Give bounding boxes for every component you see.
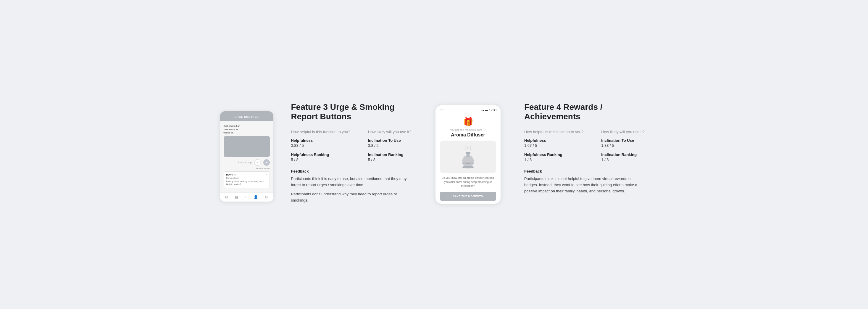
feature4-helpfulness-ranking-value: 1 / 8 <box>524 157 583 162</box>
feature3-left-col: How helpful is this function to you? Hel… <box>291 130 350 162</box>
feature3-right-col: How likely will you use it? Inclination … <box>368 130 411 162</box>
feature4-metrics: How helpful is this function to you? Hel… <box>524 130 645 162</box>
feature3-feedback-title: Feedback <box>291 169 412 174</box>
feature4-helpfulness: Helpfulness 1.67 / 5 <box>524 138 583 148</box>
feature3-helpfulness-ranking-title: Helpfulness Ranking <box>291 152 350 157</box>
nav-icon-people[interactable]: 👤 <box>253 195 258 199</box>
tooltip-body: thinking about smoking are actually more… <box>226 180 267 186</box>
feature3-inclination: Inclination To Use 3.8 / 5 <box>368 138 411 148</box>
phone-image-placeholder <box>224 136 270 157</box>
feature4-inclination-ranking: Inclination Ranking 1 / 8 <box>601 152 645 162</box>
reward-title: Aroma Diffuser <box>440 132 496 137</box>
phone-nav: ⊟ ▦ + 👤 ⚙ <box>220 192 273 202</box>
reward-image-box <box>440 141 496 173</box>
feature4-left-col: How helpful is this function to you? Hel… <box>524 130 583 162</box>
center-phone-section: ﹀ ▾▪ ▪▪▪ 12:30 🎁 You got one momento fro… <box>435 105 501 204</box>
action-label-1: Report an urge <box>238 161 252 163</box>
feature3-inclination-value: 3.8 / 5 <box>368 143 411 148</box>
heart-icon: ♡ <box>483 128 486 132</box>
feature4-inclination-value: 1.83 / 5 <box>601 143 645 148</box>
feature3-inclination-ranking-title: Inclination Ranking <box>368 152 411 157</box>
action-label-2: Share a discov <box>256 167 270 169</box>
feature3-helpfulness: Helpfulness 3.83 / 5 <box>291 138 350 148</box>
feature4-inclination-ranking-value: 1 / 8 <box>601 157 645 162</box>
feature4-feedback: Feedback Participants think it is not he… <box>524 169 645 194</box>
tooltip-close[interactable]: × <box>266 173 268 176</box>
feature4-feedback-text: Participants think it is not helpful to … <box>524 176 645 194</box>
feature4-inclination: Inclination To Use 1.83 / 5 <box>601 138 645 148</box>
center-phone-mockup: ﹀ ▾▪ ▪▪▪ 12:30 🎁 You got one momento fro… <box>435 105 501 204</box>
gift-icon: 🎁 <box>440 117 496 127</box>
center-phone-content: 🎁 You got one momento from ♡ Aroma Diffu… <box>435 114 501 204</box>
svg-point-3 <box>462 166 474 169</box>
left-phone-mockup: URGE CONTROL Just smoked anTake some thi… <box>220 111 273 202</box>
nav-icon-home[interactable]: ⊟ <box>225 195 228 199</box>
center-phone-status: ﹀ ▾▪ ▪▪▪ 12:30 <box>435 105 501 114</box>
reward-subtitle: You got one momento from ♡ <box>440 128 496 132</box>
feature4-right-metrics: Inclination To Use 1.83 / 5 Inclination … <box>601 138 645 162</box>
feature3-helpfulness-label: How helpful is this function to you? <box>291 130 350 134</box>
feature3-right-metrics: Inclination To Use 3.8 / 5 Inclination R… <box>368 138 411 162</box>
phone-body: Just smoked anTake some thiwill be be Re… <box>220 121 273 192</box>
status-right: ▾▪ ▪▪▪ 12:30 <box>481 109 496 112</box>
nav-icon-bar[interactable]: ▦ <box>235 195 238 199</box>
feature3-helpfulness-ranking: Helpfulness Ranking 5 / 8 <box>291 152 350 162</box>
feature3-inclination-title: Inclination To Use <box>368 138 411 143</box>
save-momento-button[interactable]: SAVE THE MOMENTO <box>440 192 496 201</box>
phone-action-row-1: Report an urge − ➤ <box>224 159 270 166</box>
left-phone-section: URGE CONTROL Just smoked anTake some thi… <box>217 111 276 202</box>
feature4-inclination-label: How likely will you use it? <box>601 130 645 134</box>
status-time: 12:30 <box>489 109 496 112</box>
minus-button[interactable]: − <box>254 159 261 166</box>
nav-icon-plus[interactable]: + <box>245 195 247 199</box>
svg-point-2 <box>465 152 471 154</box>
feature4-helpfulness-ranking: Helpfulness Ranking 1 / 8 <box>524 152 583 162</box>
chevron-down-icon: ﹀ <box>440 108 443 113</box>
feature4-inclination-title: Inclination To Use <box>601 138 645 143</box>
diffuser-illustration <box>458 145 478 169</box>
phone-header-label: URGE CONTROL <box>235 116 259 118</box>
feature3-inclination-ranking-value: 5 / 8 <box>368 157 411 162</box>
signal-icon: ▪▪▪ <box>485 109 488 112</box>
feature4-right-col: How likely will you use it? Inclination … <box>601 130 645 162</box>
feature4-inclination-ranking-title: Inclination Ranking <box>601 152 645 157</box>
feature3-helpfulness-ranking-value: 5 / 8 <box>291 157 350 162</box>
feature3-left-metrics: Helpfulness 3.83 / 5 Helpfulness Ranking… <box>291 138 350 162</box>
feature3-title: Feature 3 Urge & Smoking Report Buttons <box>291 102 412 121</box>
main-container: URGE CONTROL Just smoked anTake some thi… <box>217 99 651 209</box>
feature4-title: Feature 4 Rewards / Achievements <box>524 102 645 121</box>
feature3-section: Feature 3 Urge & Smoking Report Buttons … <box>285 99 424 209</box>
feature4-helpfulness-label: How helpful is this function to you? <box>524 130 583 134</box>
feature4-left-metrics: Helpfulness 1.67 / 5 Helpfulness Ranking… <box>524 138 583 162</box>
share-button[interactable]: ➤ <box>263 159 270 166</box>
phone-header: URGE CONTROL <box>220 111 273 121</box>
feature4-section: Feature 4 Rewards / Achievements How hel… <box>513 99 651 200</box>
feature3-inclination-label: How likely will you use it? <box>368 130 411 134</box>
phone-tooltip: × DON'T TH Did you know thinking about s… <box>224 172 270 188</box>
phone-action-row-2: Share a discov <box>224 167 270 169</box>
feature3-inclination-ranking: Inclination Ranking 5 / 8 <box>368 152 411 162</box>
nav-icon-settings[interactable]: ⚙ <box>265 195 268 199</box>
feature3-feedback: Feedback Participants think it is easy t… <box>291 169 412 203</box>
phone-body-text: Just smoked anTake some thiwill be be <box>224 124 270 134</box>
feature3-feedback-text1: Participants think it is easy to use, bu… <box>291 176 412 188</box>
feature4-feedback-title: Feedback <box>524 169 645 174</box>
feature3-feedback-text2: Participants don't understand why they n… <box>291 191 412 204</box>
feature3-metrics: How helpful is this function to you? Hel… <box>291 130 412 162</box>
wifi-icon: ▾▪ <box>481 109 484 112</box>
feature3-helpfulness-value: 3.83 / 5 <box>291 143 350 148</box>
feature3-helpfulness-title: Helpfulness <box>291 138 350 143</box>
tooltip-title: DON'T TH <box>226 174 267 176</box>
feature4-helpfulness-title: Helpfulness <box>524 138 583 143</box>
feature4-helpfulness-ranking-title: Helpfulness Ranking <box>524 152 583 157</box>
feature4-helpfulness-value: 1.67 / 5 <box>524 143 583 148</box>
reward-description: Do you know that an aroma diffuser can h… <box>440 176 496 188</box>
tooltip-subtitle: Did you know <box>226 177 267 179</box>
